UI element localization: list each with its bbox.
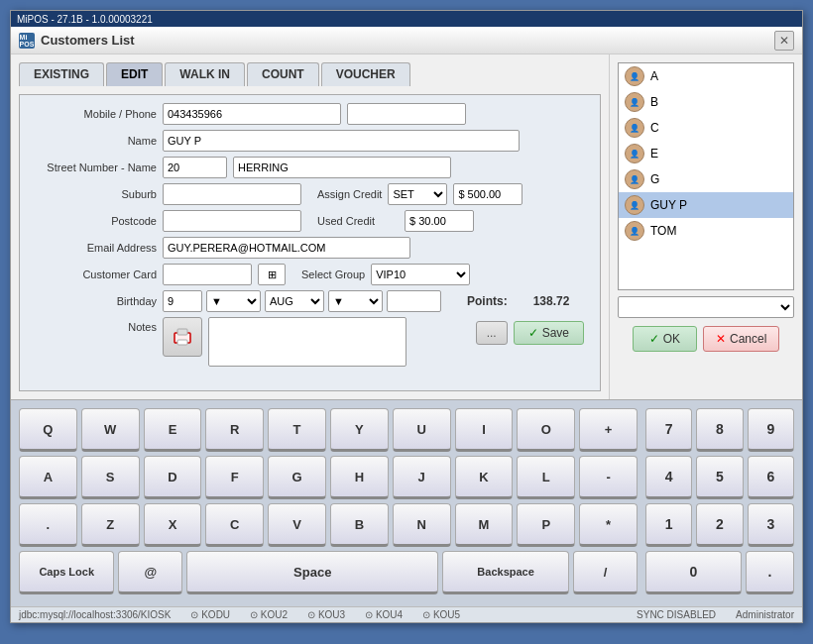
key-7[interactable]: 7	[645, 408, 692, 452]
right-panel: 👤 A 👤 B 👤 C 👤 E	[609, 54, 802, 399]
key-r[interactable]: R	[205, 408, 264, 452]
customer-item-b[interactable]: 👤 B	[619, 89, 793, 115]
mobile-row: Mobile / Phone	[28, 103, 592, 125]
key-q[interactable]: Q	[19, 408, 77, 452]
key-z[interactable]: Z	[81, 503, 140, 547]
customer-item-e[interactable]: 👤 E	[619, 141, 793, 166]
key-p[interactable]: P	[517, 503, 575, 547]
email-input[interactable]	[163, 237, 410, 259]
avatar-b: 👤	[625, 92, 644, 112]
key-k[interactable]: K	[455, 456, 514, 499]
key-space[interactable]: Space	[186, 551, 438, 594]
key-y[interactable]: Y	[330, 408, 389, 452]
key-h[interactable]: H	[330, 456, 389, 499]
birthday-day-input[interactable]	[163, 290, 202, 312]
keyboard-row-3: . Z X C V B N M P *	[19, 503, 638, 547]
notes-row: Notes ... ✓ Save	[28, 317, 592, 367]
save-button[interactable]: ✓ Save	[514, 321, 584, 345]
key-6[interactable]: 6	[748, 456, 794, 499]
key-s[interactable]: S	[81, 456, 140, 499]
key-j[interactable]: J	[393, 456, 451, 499]
tab-existing[interactable]: EXISTING	[19, 62, 104, 86]
suburb-input[interactable]	[163, 183, 301, 205]
key-e[interactable]: E	[144, 408, 202, 452]
birthday-day-dropdown[interactable]: ▼	[206, 290, 261, 312]
customer-item-c[interactable]: 👤 C	[619, 115, 793, 141]
key-0[interactable]: 0	[645, 551, 742, 594]
street-name-input[interactable]	[233, 157, 451, 178]
key-l[interactable]: L	[517, 456, 575, 499]
key-8[interactable]: 8	[696, 408, 743, 452]
key-b[interactable]: B	[330, 503, 389, 547]
key-2[interactable]: 2	[696, 503, 743, 547]
key-n[interactable]: N	[393, 503, 451, 547]
customer-name-guy-p: GUY P	[650, 198, 687, 212]
customer-search-dropdown[interactable]	[618, 296, 794, 318]
assign-credit-amount[interactable]	[453, 183, 523, 205]
key-5[interactable]: 5	[696, 456, 743, 499]
select-group-dropdown[interactable]: VIP10 VIP5 REGULAR	[371, 264, 470, 285]
key-1[interactable]: 1	[645, 503, 692, 547]
key-minus[interactable]: -	[579, 456, 638, 499]
avatar-a: 👤	[625, 66, 644, 86]
assign-credit-dropdown[interactable]: SET ADD	[388, 183, 447, 205]
cancel-button[interactable]: ✕ Cancel	[703, 326, 779, 352]
tab-count[interactable]: COUNT	[247, 62, 319, 86]
key-slash[interactable]: /	[573, 551, 638, 594]
mobile-input[interactable]	[163, 103, 341, 125]
customer-item-tom[interactable]: 👤 TOM	[619, 218, 793, 244]
key-o[interactable]: O	[517, 408, 575, 452]
street-number-input[interactable]	[163, 157, 227, 178]
key-d[interactable]: D	[144, 456, 202, 499]
tab-voucher[interactable]: VOUCHER	[321, 62, 410, 86]
notes-textarea[interactable]	[208, 317, 406, 367]
status-kou3: ⊙ KOU3	[307, 609, 345, 620]
customer-name-a: A	[650, 69, 658, 83]
used-credit-amount[interactable]	[405, 210, 474, 232]
key-w[interactable]: W	[81, 408, 140, 452]
key-caps-lock[interactable]: Caps Lock	[19, 551, 114, 594]
customer-card-input[interactable]	[163, 264, 252, 285]
mobile-extra-input[interactable]	[347, 103, 466, 125]
key-decimal[interactable]: .	[746, 551, 794, 594]
key-u[interactable]: U	[393, 408, 451, 452]
key-dot[interactable]: .	[19, 503, 77, 547]
key-backspace[interactable]: Backspace	[442, 551, 569, 594]
key-c[interactable]: C	[205, 503, 264, 547]
key-plus[interactable]: +	[579, 408, 638, 452]
key-g[interactable]: G	[268, 456, 326, 499]
tab-walk-in[interactable]: WALK IN	[165, 62, 245, 86]
key-f[interactable]: F	[205, 456, 264, 499]
tab-edit[interactable]: EDIT	[106, 62, 163, 86]
postcode-input[interactable]	[163, 210, 301, 232]
customer-card-scan-btn[interactable]: ⊞	[258, 264, 286, 285]
close-button[interactable]: ✕	[774, 31, 794, 51]
key-at[interactable]: @	[118, 551, 182, 594]
assign-credit-label: Assign Credit	[317, 188, 382, 200]
customer-item-g[interactable]: 👤 G	[619, 166, 793, 192]
key-v[interactable]: V	[268, 503, 326, 547]
key-a[interactable]: A	[19, 456, 77, 499]
name-input[interactable]	[163, 130, 520, 152]
birthday-year-input[interactable]	[387, 290, 441, 312]
print-button[interactable]	[163, 317, 202, 357]
birthday-month-dropdown[interactable]: AUG JAN FEB MAR	[265, 290, 324, 312]
customer-item-a[interactable]: 👤 A	[619, 63, 793, 89]
key-i[interactable]: I	[455, 408, 514, 452]
key-x[interactable]: X	[144, 503, 202, 547]
key-3[interactable]: 3	[748, 503, 794, 547]
keyboard-row-4: Caps Lock @ Space Backspace /	[19, 551, 638, 594]
customer-card-label: Customer Card	[28, 268, 157, 280]
key-9[interactable]: 9	[748, 408, 794, 452]
status-kou4: ⊙ KOU4	[365, 609, 403, 620]
avatar-c: 👤	[625, 118, 644, 138]
key-4[interactable]: 4	[645, 456, 692, 499]
key-m[interactable]: M	[455, 503, 514, 547]
ok-button[interactable]: ✓ OK	[633, 326, 697, 352]
app-version: MiPOS - 27.1B - 1.0.00003221	[17, 14, 153, 25]
undo-button[interactable]: ...	[476, 321, 508, 345]
key-t[interactable]: T	[268, 408, 326, 452]
key-asterisk[interactable]: *	[579, 503, 638, 547]
customer-item-guy-p[interactable]: 👤 GUY P	[619, 192, 793, 218]
birthday-month-arrow-dropdown[interactable]: ▼	[328, 290, 383, 312]
